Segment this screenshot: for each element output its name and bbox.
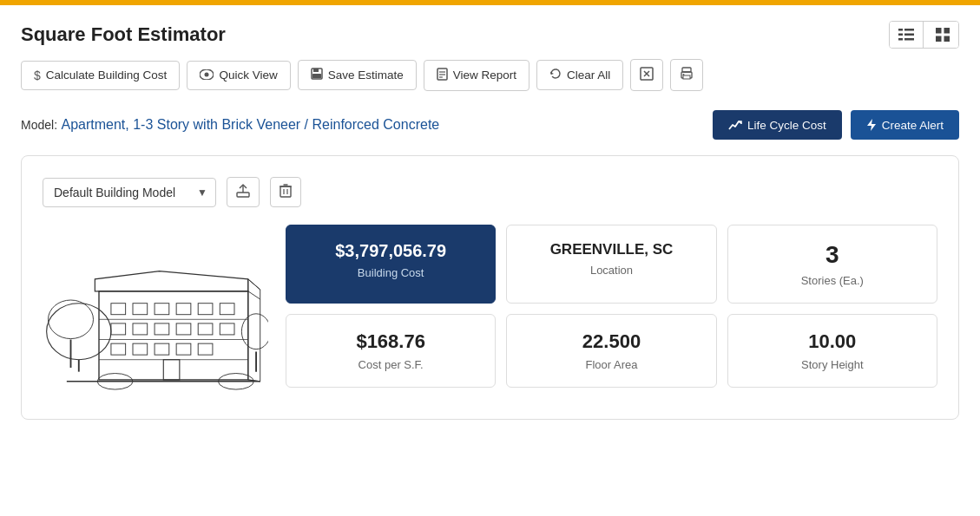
lifecycle-cost-button[interactable]: Life Cycle Cost bbox=[713, 110, 842, 140]
svg-rect-43 bbox=[176, 304, 191, 315]
stories-value: 3 bbox=[740, 241, 924, 269]
svg-rect-52 bbox=[111, 343, 126, 355]
page-title: Square Foot Estimator bbox=[21, 23, 226, 46]
svg-rect-27 bbox=[237, 193, 249, 197]
svg-rect-38 bbox=[99, 291, 248, 380]
svg-rect-4 bbox=[898, 38, 903, 41]
list-icon bbox=[898, 29, 914, 41]
stories-label: Stories (Ea.) bbox=[740, 274, 924, 287]
svg-rect-42 bbox=[155, 304, 169, 315]
cost-per-sf-label: Cost per S.F. bbox=[299, 358, 483, 371]
svg-rect-46 bbox=[111, 323, 126, 335]
cost-per-sf-value: $168.76 bbox=[299, 330, 483, 353]
metric-building-cost: $3,797,056.79 Building Cost bbox=[286, 225, 496, 304]
building-image bbox=[43, 225, 268, 398]
svg-rect-47 bbox=[133, 323, 148, 335]
calculate-button[interactable]: $ Calculate Building Cost bbox=[21, 61, 180, 90]
svg-rect-48 bbox=[155, 323, 169, 335]
create-alert-button[interactable]: Create Alert bbox=[851, 110, 959, 140]
metrics-grid: $3,797,056.79 Building Cost GREENVILLE, … bbox=[286, 225, 937, 388]
view-toggle bbox=[889, 21, 959, 49]
story-height-label: Story Height bbox=[740, 358, 924, 371]
metric-cost-per-sf: $168.76 Cost per S.F. bbox=[286, 314, 496, 388]
list-view-button[interactable] bbox=[890, 22, 924, 48]
svg-point-64 bbox=[241, 314, 268, 349]
svg-point-35 bbox=[49, 300, 94, 339]
svg-rect-2 bbox=[898, 34, 903, 36]
building-cost-label: Building Cost bbox=[299, 266, 483, 279]
svg-rect-14 bbox=[312, 74, 321, 78]
svg-point-34 bbox=[47, 304, 111, 360]
export-icon bbox=[640, 67, 654, 81]
toolbar: $ Calculate Building Cost Quick View Sav… bbox=[0, 59, 980, 105]
svg-rect-9 bbox=[944, 36, 950, 42]
svg-rect-49 bbox=[176, 323, 191, 335]
story-height-value: 10.00 bbox=[740, 330, 924, 353]
model-name: Apartment, 1-3 Story with Brick Veneer /… bbox=[61, 117, 439, 132]
svg-rect-56 bbox=[198, 343, 213, 355]
metric-location: GREENVILLE, SC Location bbox=[506, 225, 716, 304]
model-info: Model: Apartment, 1-3 Story with Brick V… bbox=[21, 117, 439, 133]
svg-rect-45 bbox=[220, 304, 234, 315]
print-button[interactable] bbox=[670, 59, 703, 91]
svg-point-25 bbox=[683, 74, 685, 75]
save-estimate-button[interactable]: Save Estimate bbox=[298, 60, 417, 90]
eye-icon bbox=[200, 69, 214, 82]
main-card: Default Building Model ▼ bbox=[21, 155, 959, 420]
svg-rect-0 bbox=[898, 29, 903, 31]
floor-area-value: 22.500 bbox=[519, 330, 703, 353]
model-select-wrapper: Default Building Model ▼ bbox=[43, 178, 216, 207]
view-report-button[interactable]: View Report bbox=[424, 60, 529, 91]
svg-rect-29 bbox=[280, 186, 291, 197]
export-button[interactable] bbox=[630, 59, 663, 91]
save-icon bbox=[311, 68, 323, 82]
metric-floor-area: 22.500 Floor Area bbox=[506, 314, 716, 388]
svg-rect-7 bbox=[944, 28, 950, 34]
model-bar: Model: Apartment, 1-3 Story with Brick V… bbox=[0, 105, 980, 155]
location-value: GREENVILLE, SC bbox=[519, 241, 703, 258]
grid-view-button[interactable] bbox=[927, 22, 958, 48]
building-illustration bbox=[43, 225, 268, 398]
svg-rect-44 bbox=[198, 304, 213, 315]
model-select[interactable]: Default Building Model bbox=[43, 178, 216, 207]
svg-point-11 bbox=[205, 72, 209, 76]
svg-rect-53 bbox=[133, 343, 148, 355]
upload-button[interactable] bbox=[227, 177, 260, 207]
trend-icon bbox=[728, 119, 742, 131]
grid-icon bbox=[936, 28, 950, 42]
header: Square Foot Estimator bbox=[0, 5, 980, 59]
svg-rect-6 bbox=[936, 28, 942, 34]
building-cost-value: $3,797,056.79 bbox=[299, 241, 483, 261]
upload-icon bbox=[236, 184, 250, 198]
svg-rect-5 bbox=[904, 38, 914, 41]
model-prefix: Model: bbox=[21, 118, 57, 132]
svg-marker-39 bbox=[95, 271, 247, 291]
svg-rect-3 bbox=[904, 34, 914, 36]
svg-line-67 bbox=[248, 291, 260, 299]
svg-rect-55 bbox=[176, 343, 191, 355]
card-main-content: $3,797,056.79 Building Cost GREENVILLE, … bbox=[43, 225, 937, 398]
svg-rect-13 bbox=[313, 69, 319, 72]
svg-rect-51 bbox=[220, 323, 234, 335]
svg-marker-69 bbox=[248, 279, 260, 382]
svg-rect-1 bbox=[904, 29, 914, 31]
svg-rect-22 bbox=[682, 68, 691, 72]
delete-button[interactable] bbox=[270, 177, 301, 207]
card-top-controls: Default Building Model ▼ bbox=[43, 177, 937, 207]
metric-stories: 3 Stories (Ea.) bbox=[727, 225, 937, 304]
trash-icon bbox=[280, 184, 292, 198]
model-actions: Life Cycle Cost Create Alert bbox=[713, 110, 959, 140]
location-label: Location bbox=[519, 264, 703, 277]
metric-story-height: 10.00 Story Height bbox=[727, 314, 937, 388]
dollar-icon: $ bbox=[34, 69, 41, 82]
svg-rect-54 bbox=[155, 343, 169, 355]
svg-marker-26 bbox=[867, 119, 876, 131]
report-icon bbox=[437, 68, 448, 83]
clear-all-button[interactable]: Clear All bbox=[536, 60, 623, 90]
svg-rect-8 bbox=[936, 36, 942, 42]
svg-rect-40 bbox=[111, 304, 126, 315]
bolt-icon bbox=[866, 118, 877, 132]
floor-area-label: Floor Area bbox=[519, 358, 703, 371]
svg-rect-57 bbox=[163, 360, 180, 380]
quick-view-button[interactable]: Quick View bbox=[187, 61, 290, 90]
